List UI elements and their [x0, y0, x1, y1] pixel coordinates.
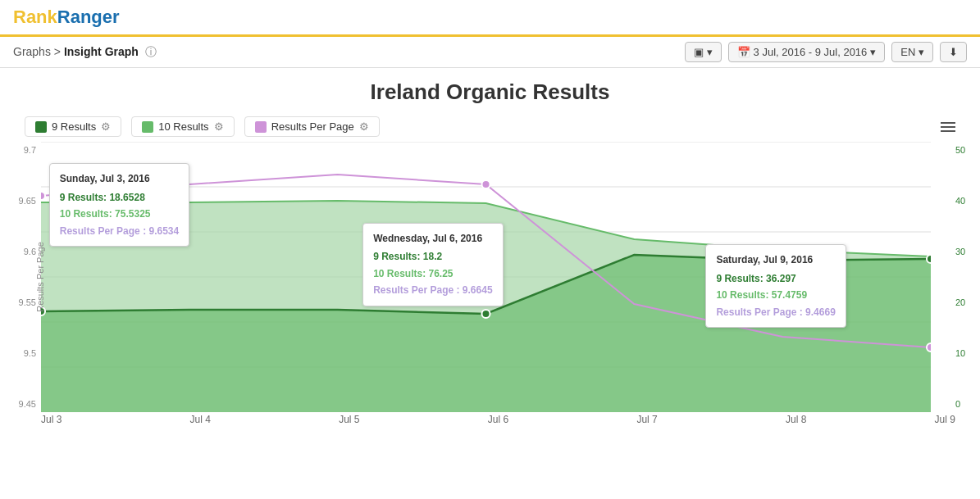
date-range-button[interactable]: 📅 3 Jul, 2016 - 9 Jul, 2016 ▾ [728, 42, 886, 62]
legend-perpage-gear[interactable]: ⚙ [359, 120, 369, 133]
logo-ranger: Ranger [57, 7, 120, 27]
page-title: Ireland Organic Results [0, 68, 980, 111]
y-nine-tick-3: 30 [955, 247, 965, 256]
download-icon: ⬇ [949, 46, 958, 58]
y-left-tick-2: 9.65 [19, 196, 36, 206]
language-label: EN ▾ [900, 46, 924, 58]
svg-point-13 [481, 180, 490, 188]
language-button[interactable]: EN ▾ [891, 42, 933, 62]
y-left-tick-4: 9.55 [19, 297, 36, 307]
profile-button[interactable]: ▣ ▾ [685, 42, 722, 62]
legend-nine-label: 9 Results [52, 120, 96, 133]
y-left-tick-6: 9.45 [19, 399, 36, 409]
x-axis-bar: Jul 3 Jul 4 Jul 5 Jul 6 Jul 7 Jul 8 Jul … [0, 412, 980, 425]
svg-point-12 [41, 192, 45, 200]
x-label-jul9: Jul 9 [935, 414, 955, 425]
x-label-jul3: Jul 3 [41, 414, 62, 425]
chart-wrapper: 9.7 9.65 9.6 9.55 9.5 9.45 Results Per P… [0, 142, 980, 412]
y-nine-tick-2: 40 [955, 196, 965, 206]
legend-ten-label: 10 Results [158, 120, 208, 133]
toolbar-right: ▣ ▾ 📅 3 Jul, 2016 - 9 Jul, 2016 ▾ EN ▾ ⬇ [685, 42, 967, 62]
download-button[interactable]: ⬇ [940, 42, 967, 62]
info-icon[interactable]: ⓘ [145, 45, 157, 58]
header: RankRanger [0, 0, 980, 37]
y-left-tick-3: 9.6 [24, 247, 36, 256]
legend-bar: 9 Results ⚙ 10 Results ⚙ Results Per Pag… [0, 111, 980, 142]
y-nine-tick-4: 20 [955, 297, 965, 307]
profile-icon: ▣ [694, 46, 704, 58]
breadcrumb-bar: Graphs > Insight Graph ⓘ ▣ ▾ 📅 3 Jul, 20… [0, 37, 980, 68]
chart-menu[interactable] [941, 122, 955, 132]
menu-lines-icon[interactable] [941, 122, 955, 132]
x-label-jul7: Jul 7 [636, 414, 657, 425]
breadcrumb-graphs[interactable]: Graphs [13, 45, 51, 58]
legend-perpage-label: Results Per Page [271, 120, 354, 133]
legend-ten-gear[interactable]: ⚙ [214, 120, 224, 133]
y-nine-tick-5: 10 [955, 348, 965, 358]
breadcrumb-current: Insight Graph [64, 45, 139, 58]
breadcrumb-separator: > [51, 45, 64, 58]
legend-nine-dot [35, 121, 47, 133]
svg-point-11 [927, 255, 931, 263]
date-arrow: ▾ [870, 46, 876, 58]
x-label-jul6: Jul 6 [488, 414, 508, 425]
y-left-tick-1: 9.7 [24, 145, 36, 155]
legend-ten-dot [142, 121, 153, 133]
legend-ten-results[interactable]: 10 Results ⚙ [131, 116, 234, 137]
x-label-jul5: Jul 5 [339, 414, 359, 425]
calendar-icon: 📅 [737, 46, 750, 58]
logo: RankRanger [13, 7, 120, 28]
y-left-axis-label: Results Per Page [35, 242, 45, 312]
x-label-jul4: Jul 4 [190, 414, 211, 425]
x-label-jul8: Jul 8 [786, 414, 806, 425]
logo-rank: Rank [13, 7, 57, 27]
y-nine-tick-1: 50 [955, 145, 965, 155]
breadcrumb: Graphs > Insight Graph ⓘ [13, 45, 157, 60]
date-range-label: 3 Jul, 2016 - 9 Jul, 2016 [754, 46, 868, 58]
legend-nine-gear[interactable]: ⚙ [101, 120, 111, 133]
chart-svg [41, 142, 931, 412]
profile-arrow: ▾ [707, 46, 713, 58]
legend-perpage-dot [255, 121, 267, 133]
y-nine-tick-6: 0 [955, 399, 960, 409]
legend-perpage[interactable]: Results Per Page ⚙ [244, 116, 380, 137]
legend-nine-results[interactable]: 9 Results ⚙ [25, 116, 121, 137]
svg-point-10 [481, 310, 490, 318]
y-left-tick-5: 9.5 [24, 348, 36, 358]
svg-point-14 [927, 343, 931, 352]
